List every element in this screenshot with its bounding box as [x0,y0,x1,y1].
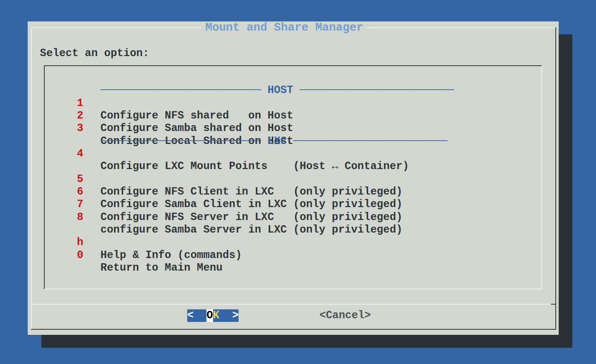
menu-item-label: Help & Info (commands) [100,249,242,262]
ok-close-bracket: > [232,309,239,322]
menu-item-6[interactable]: 6 Configure Samba Client in LXC (only pr… [45,173,541,186]
menu-blank-row [45,211,541,224]
ok-pad [193,309,200,322]
menu-item-2[interactable]: 2 Configure Samba shared on Host [45,97,541,110]
dialog-window: Mount and Share Manager Select an option… [28,21,559,335]
ok-pad [200,309,206,322]
menu-separator-host: ───────────────────────── HOST ─────────… [45,72,541,84]
menu-prompt: Select an option: [40,47,149,60]
ok-pad [226,309,232,322]
menu-item-8[interactable]: 8 configure Samba Server in LXC (only pr… [45,198,541,211]
menu-item-5[interactable]: 5 Configure NFS Client in LXC (only priv… [45,160,541,173]
dialog-border-right [555,27,556,330]
menu-rows: ───────────────────────── HOST ─────────… [45,72,541,249]
menu-blank-row [45,148,541,160]
menu-separator-lxc: ───────────────────────── LXC ──────────… [45,122,541,135]
menu-item-4[interactable]: 4 Configure LXC Mount Points (Host ↔ Con… [45,135,541,148]
menu-item-tag: 0 [76,249,84,262]
cancel-button[interactable]: <Cancel> [319,309,371,322]
menu-item-7[interactable]: 7 Configure NFS Server in LXC (only priv… [45,186,541,198]
dialog-border-bottom [31,329,556,330]
ok-pad [219,309,226,322]
dialog-border-left [31,27,32,329]
ok-button[interactable]: < O K > [187,309,239,322]
buttons-separator-end [551,304,556,305]
menu-item-1[interactable]: 1 Configure NFS shared on Host [45,84,541,97]
ok-hotkey-char: K [213,309,219,322]
ok-cursor-char: O [206,309,213,322]
menu-item-h[interactable]: h Help & Info (commands) [45,224,541,236]
menu-box: ───────────────────────── HOST ─────────… [44,65,542,289]
menu-item-3[interactable]: 3 Configure Local Shared on Host [45,110,541,122]
menu-item-0[interactable]: 0 Return to Main Menu [45,236,541,249]
ok-open-bracket: < [187,309,193,322]
menu-item-label: Return to Main Menu [100,262,223,274]
terminal-screen: { "window": { "title": "Mount and Share … [0,0,596,364]
buttons-separator [31,304,556,305]
dialog-title: Mount and Share Manager [202,22,367,34]
